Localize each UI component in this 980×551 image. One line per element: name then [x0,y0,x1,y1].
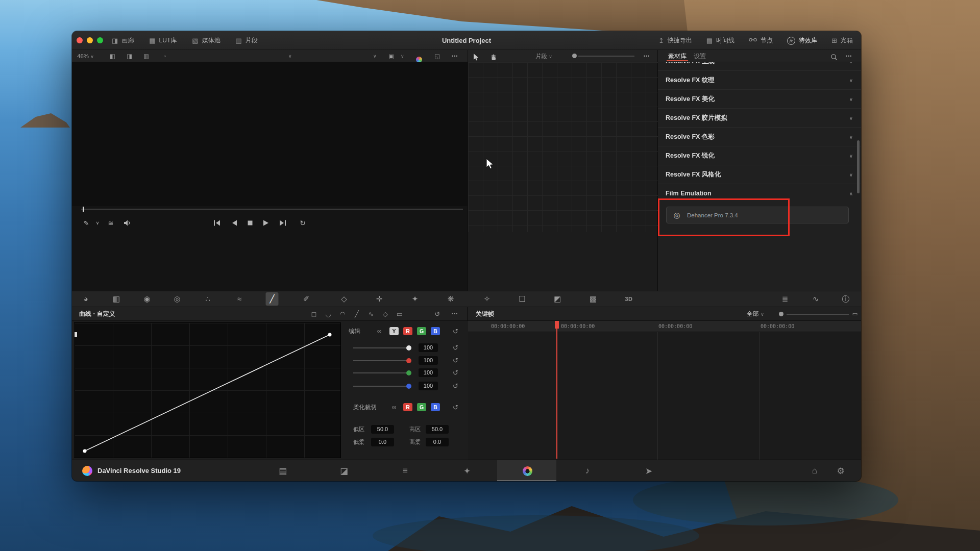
stop-button[interactable] [245,218,255,228]
chevron-down-icon[interactable]: ∨ [849,128,853,146]
camera-chevron-icon[interactable]: ∨ [401,50,404,62]
curves-icon[interactable]: ╱ [265,292,278,306]
channel-g-button[interactable]: G [417,327,426,335]
ramp-icon[interactable]: ≣ [782,291,789,307]
fairlight-page-button[interactable]: ♪ [577,460,598,481]
skip-end-button[interactable] [278,218,288,228]
green-slider-handle[interactable] [406,370,411,375]
effects-group-texture[interactable]: Resolve FX 纹理 ∨ [658,71,861,90]
annotate-icon[interactable]: ✎ [81,218,91,228]
tab-library[interactable]: 素材库 [668,53,687,60]
motion-effects-icon[interactable]: ≈ [237,291,241,307]
data-burn-icon[interactable]: ▩ [590,291,597,307]
blur-icon[interactable]: ❋ [448,291,454,307]
curves-reset-icon[interactable]: ↺ [433,307,442,321]
luma-slider-handle[interactable] [406,345,411,350]
luma-value[interactable]: 100 [419,343,438,352]
curve-mode-5-icon[interactable]: ∿ [367,307,375,321]
chevron-down-icon[interactable]: ∨ [849,62,853,71]
chevron-down-icon[interactable]: ∨ [849,165,853,184]
softclip-link-icon[interactable]: ∞ [392,404,397,411]
close-window-button[interactable] [77,37,83,43]
red-slider-track[interactable] [353,360,410,361]
green-reset-icon[interactable]: ↺ [453,369,458,377]
chevron-down-icon[interactable]: ∨ [849,90,853,109]
blue-reset-icon[interactable]: ↺ [453,382,458,390]
channel-r-button[interactable]: R [403,327,412,335]
speaker-icon[interactable] [122,218,132,228]
viewer-zoom-select[interactable]: 46% ∨ [77,50,94,62]
color-slice-icon[interactable]: ◉ [143,291,150,307]
chevron-down-icon[interactable]: ∨ [849,146,853,165]
layers-icon[interactable]: ≋ [106,218,116,228]
low-clip-value[interactable]: 50.0 [371,425,394,434]
cut-page-button[interactable]: ◪ [334,460,354,481]
play-button[interactable] [261,218,271,228]
green-value[interactable]: 100 [419,368,438,377]
red-value[interactable]: 100 [419,356,438,365]
chevron-down-icon[interactable]: ∨ [849,71,853,90]
camera-icon[interactable]: ▣ [388,50,394,62]
effects-group-sharpen[interactable]: Resolve FX 锐化 ∨ [658,146,861,165]
softclip-b-button[interactable]: B [431,403,440,411]
softclip-reset-icon[interactable]: ↺ [453,404,458,411]
middle-zoom-track[interactable] [578,56,634,57]
edit-page-button[interactable]: ≡ [395,460,415,481]
tab-settings[interactable]: 设置 [694,50,706,62]
viewer-layout-a-icon[interactable]: ◧ [110,50,115,62]
high-soft-value[interactable]: 0.0 [426,438,449,446]
blue-slider-track[interactable] [353,386,410,387]
lightbox-button[interactable]: ⊞ 光箱 [831,36,853,45]
softclip-r-button[interactable]: R [403,403,412,411]
timeline-button[interactable]: ▤ 时间线 [706,36,734,45]
effects-scrollbar[interactable] [857,140,860,193]
viewer-options-button[interactable]: ••• [452,50,458,62]
curves-options-button[interactable]: ••• [449,307,461,321]
object-3d-icon[interactable]: 3D [625,291,632,307]
quick-export-button[interactable]: ↥ 快捷导出 [658,36,692,45]
keyframe-zoom-handle[interactable] [779,312,783,316]
viewer-layout-c-icon[interactable]: ▥ [143,50,149,62]
curve-mode-7-icon[interactable]: ▭ [396,307,404,321]
middle-options-button[interactable]: ••• [644,50,650,62]
loop-icon[interactable]: ↻ [298,218,308,228]
gallery-button[interactable]: ◨ 画廊 [112,36,134,45]
viewer-mini-icon[interactable]: ▫ [164,50,166,62]
timeline-dropdown-chevron-icon[interactable]: ∨ [288,50,292,62]
chevron-down-icon[interactable]: ∨ [849,109,853,128]
power-window-icon[interactable]: ◇ [341,291,347,307]
blue-value[interactable]: 100 [419,382,438,390]
curve-mode-3-icon[interactable]: ◠ [338,307,347,321]
keyframe-zoom-track[interactable] [787,314,849,315]
clips-button[interactable]: ▥ 片段 [236,36,258,45]
expand-viewer-icon[interactable]: ◱ [434,50,440,62]
effects-group-generate[interactable]: Resolve FX 生成 ∨ [658,62,861,71]
blue-slider-handle[interactable] [406,384,411,389]
high-clip-value[interactable]: 50.0 [426,425,449,434]
color-wheels-icon[interactable]: ◕ [83,291,88,307]
curve-mode-2-icon[interactable]: ◡ [324,307,332,321]
lut-library-button[interactable]: ▦ LUT库 [149,36,177,45]
red-reset-icon[interactable]: ↺ [453,357,458,364]
qualifier-icon[interactable]: ✐ [303,291,310,307]
viewer-scrub-bar[interactable] [81,209,463,210]
middle-zoom-handle[interactable] [572,54,577,58]
viewer-image-area[interactable] [72,62,468,206]
home-button[interactable]: ⌂ [804,460,825,481]
rgb-mixer-icon[interactable]: ∴ [205,291,210,307]
scopes-icon[interactable]: ∿ [813,291,819,307]
grid-background[interactable] [468,62,658,232]
edit-reset-icon[interactable]: ↺ [453,328,458,335]
annotate-chevron-icon[interactable]: ∨ [92,218,103,228]
effects-group-film[interactable]: Resolve FX 胶片模拟 ∨ [658,109,861,128]
chevron-up-icon[interactable]: ∧ [849,184,853,203]
effects-library-button[interactable]: fx 特效库 [787,36,817,45]
skip-start-button[interactable] [212,218,222,228]
primary-bars-icon[interactable]: ▥ [113,291,120,307]
deliver-page-button[interactable]: ➤ [639,460,659,481]
green-slider-track[interactable] [353,372,410,373]
sizing-icon[interactable]: ❏ [519,291,525,307]
hdr-grade-icon[interactable]: ◎ [174,291,180,307]
keyframe-ruler[interactable]: 00:00:00:00 00:00:00:00 00:00:00:00 00:0… [468,321,861,332]
keyframe-panel-box-icon[interactable]: ▭ [851,307,859,321]
